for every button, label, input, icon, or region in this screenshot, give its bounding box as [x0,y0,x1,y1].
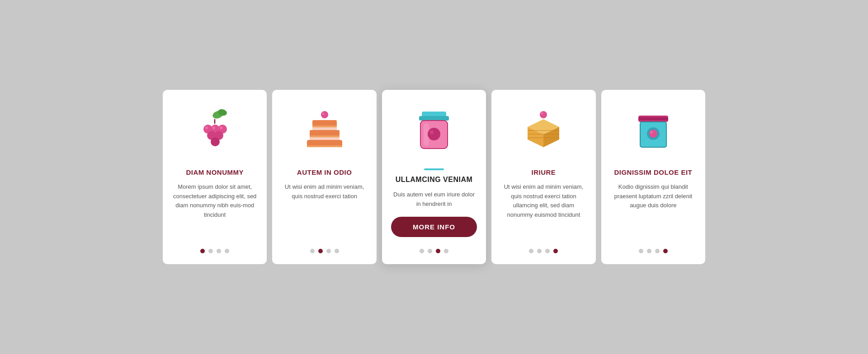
dot-1 [318,249,323,253]
cards-container: DIAM NONUMMY Morem ipsum dolor sit amet,… [163,90,705,265]
card-5-title: DIGNISSIM DOLOE EIT [614,168,692,176]
svg-point-41 [649,130,657,138]
svg-rect-19 [310,137,340,140]
svg-point-10 [212,126,215,129]
svg-point-26 [428,128,440,140]
dot-0 [529,249,533,253]
svg-point-30 [541,112,543,114]
dot-2 [655,249,660,253]
card-1-icon [188,103,242,158]
svg-rect-23 [419,116,449,121]
svg-point-42 [650,131,653,134]
svg-rect-15 [312,126,337,127]
card-5-icon [626,103,680,158]
svg-point-13 [322,112,324,115]
svg-rect-16 [312,127,337,130]
card-1-dots [200,245,229,253]
svg-rect-38 [638,117,668,120]
dot-2 [326,249,331,253]
card-3-icon [407,103,461,158]
card-2-body: Ut wisi enim ad minim veniam, quis nostr… [281,182,367,238]
dot-1 [537,249,542,253]
dot-1 [428,249,432,253]
card-4-body: Ut wisi enim ad minim veniam, quis nostr… [500,182,586,238]
card-1-title: DIAM NONUMMY [186,168,244,176]
dot-3 [444,249,448,253]
dot-0 [200,249,205,253]
card-4-dots [529,245,558,253]
card-5: DIGNISSIM DOLOE EIT Kodio dignissim qui … [601,90,705,265]
dot-1 [647,249,651,253]
dot-3 [225,249,229,253]
dot-2 [217,249,221,253]
card-4-title: IRIURE [532,168,556,176]
card-3: ULLAMCING VENIAM Duis autem vel eum iriu… [382,90,486,265]
more-info-button[interactable]: MORE INFO [391,217,477,237]
card-2-title: AUTEM IN ODIO [297,168,352,176]
svg-point-27 [430,130,434,134]
svg-rect-18 [310,135,340,137]
card-3-body: Duis autem vel eum iriure dolor in hendr… [391,190,477,209]
dot-0 [420,249,424,253]
dot-2 [436,249,440,253]
card-5-body: Kodio dignissim qui blandit praesent lup… [610,182,696,238]
card-2: AUTEM IN ODIO Ut wisi enim ad minim veni… [272,90,376,265]
card-3-title: ULLAMCING VENIAM [396,176,473,184]
card-1-body: Morem ipsum dolor sit amet, consectetuer… [172,182,258,238]
dot-3 [335,249,339,253]
card-2-dots [310,245,339,253]
dot-3 [553,249,558,253]
card-2-icon [297,103,352,158]
svg-point-8 [211,137,220,146]
card-1: DIAM NONUMMY Morem ipsum dolor sit amet,… [163,90,267,265]
dot-0 [310,249,315,253]
card-5-dots [639,245,668,253]
dot-3 [663,249,668,253]
svg-point-12 [321,111,328,118]
svg-point-9 [205,126,208,129]
svg-point-29 [540,111,547,118]
svg-rect-21 [307,145,342,147]
card-3-underline [424,168,444,170]
card-4-icon [516,103,571,158]
dot-0 [639,249,643,253]
dot-1 [208,249,213,253]
card-3-dots [420,245,448,253]
dot-2 [545,249,550,253]
svg-point-11 [220,126,222,129]
card-4: IRIURE Ut wisi enim ad minim veniam, qui… [491,90,595,265]
